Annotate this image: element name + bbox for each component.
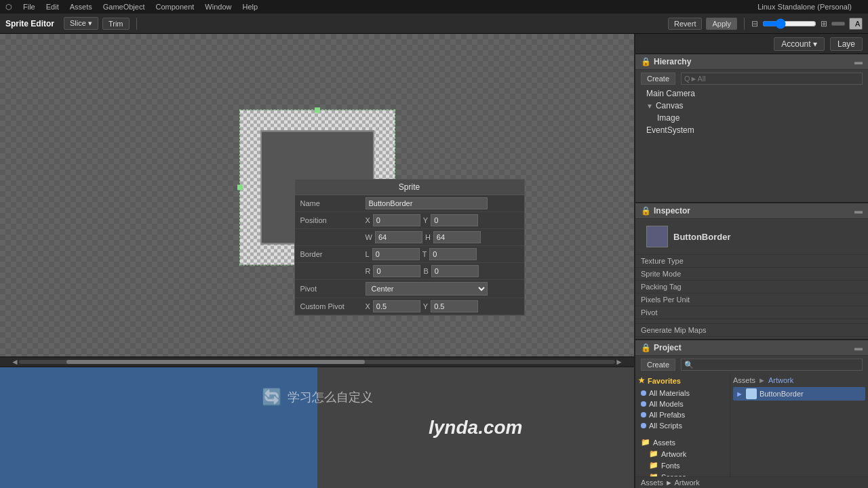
- cp-y-label: Y: [423, 302, 428, 310]
- scrollbar-track[interactable]: [19, 360, 615, 364]
- fonts-folder[interactable]: 📁 Fonts: [638, 460, 727, 471]
- popup-custom-pivot-row: Custom Pivot X Y: [295, 298, 524, 315]
- popup-border-rb-row: R B: [295, 263, 524, 280]
- border-b-input[interactable]: [431, 265, 479, 277]
- project-favorites: ★ Favorites All Materials All Models: [635, 373, 730, 476]
- zoom-out-icon: ⊞: [821, 19, 827, 28]
- menu-assets[interactable]: Assets: [70, 3, 92, 11]
- project-collapse-icon[interactable]: ▬: [854, 343, 863, 352]
- scrollbar-thumb[interactable]: [66, 360, 365, 364]
- revert-button[interactable]: Revert: [668, 18, 702, 30]
- button-border-icon: [746, 388, 757, 399]
- hierarchy-item-canvas[interactable]: ▼ Canvas: [635, 100, 868, 112]
- assets-folder[interactable]: 📁 Assets: [638, 436, 727, 448]
- hierarchy-search-input[interactable]: [681, 73, 863, 85]
- watermark-icon: 🔄: [262, 388, 282, 407]
- watermark-text: 学习怎么自定义: [288, 389, 373, 405]
- project-search-input[interactable]: [681, 359, 863, 371]
- menu-window[interactable]: Window: [205, 3, 231, 11]
- name-input[interactable]: [366, 197, 488, 209]
- project-create-button[interactable]: Create: [641, 359, 675, 371]
- pos-x-input[interactable]: [373, 214, 420, 226]
- menu-file[interactable]: File: [23, 3, 35, 11]
- asset-item-button-border[interactable]: ► ButtonBorder: [733, 387, 865, 401]
- zoom-icon: ⊟: [751, 19, 758, 28]
- trim-button[interactable]: Trim: [102, 18, 130, 30]
- position-label: Position: [300, 216, 361, 224]
- scroll-right-arrow[interactable]: ►: [615, 357, 623, 367]
- zoom-slider[interactable]: [762, 18, 816, 29]
- cp-x-input[interactable]: [373, 300, 420, 312]
- inspector-collapse-icon[interactable]: ▬: [854, 206, 863, 216]
- project-lock-icon: 🔒: [641, 343, 651, 352]
- r-label: R: [366, 267, 371, 275]
- hierarchy-item-image[interactable]: Image: [635, 112, 868, 124]
- toolbar-divider: [136, 18, 137, 30]
- color-button[interactable]: [831, 22, 845, 26]
- border-r-input[interactable]: [373, 265, 420, 277]
- favorites-star-icon: ★: [638, 376, 645, 385]
- pivot-label: Pivot: [300, 285, 361, 293]
- project-panel: 🔒 Project ▬ Create ★ Favorites: [635, 339, 868, 488]
- horizontal-scrollbar[interactable]: ◄ ►: [0, 357, 634, 366]
- assets-folder-icon: 📁: [641, 438, 650, 447]
- hierarchy-controls: Create: [641, 73, 863, 85]
- sprite-popup-title: Sprite: [295, 180, 524, 195]
- menu-gameobject[interactable]: GameObject: [103, 3, 145, 11]
- menu-help[interactable]: Help: [242, 3, 258, 11]
- fav-all-models[interactable]: All Models: [638, 399, 727, 409]
- fav-models-label: All Models: [649, 400, 684, 408]
- sprite-editor-toolbar: Sprite Editor Slice ▾ Trim Revert Apply …: [0, 14, 868, 34]
- account-button[interactable]: Account ▾: [774, 37, 825, 51]
- fav-all-scripts[interactable]: All Scripts: [638, 420, 727, 431]
- w-label: W: [366, 233, 372, 241]
- artwork-folder[interactable]: 📁 Artwork: [638, 448, 727, 460]
- hierarchy-item-eventsystem[interactable]: EventSystem: [635, 124, 868, 136]
- pivot-select[interactable]: Center Top Left Top Right Bottom Left Bo…: [366, 282, 488, 296]
- right-panel: Account ▾ Laye 🔒 Hierarchy ▬ Create: [634, 34, 868, 488]
- sprite-canvas[interactable]: Sprite Name Position X Y: [0, 34, 634, 357]
- inspector-object-header: ButtonBorder: [635, 219, 868, 255]
- fav-all-materials[interactable]: All Materials: [638, 388, 727, 399]
- mip-maps-label: Generate Mip Maps: [641, 326, 736, 334]
- hierarchy-lock-icon: 🔒: [641, 57, 651, 66]
- hierarchy-header: 🔒 Hierarchy ▬: [635, 54, 868, 70]
- inspector-object-name: ButtonBorder: [673, 229, 731, 245]
- scroll-left-arrow[interactable]: ◄: [11, 357, 19, 367]
- border-t-input[interactable]: [429, 248, 477, 260]
- t-label: T: [422, 250, 427, 258]
- apply-button[interactable]: Apply: [706, 18, 737, 30]
- hierarchy-items: Main Camera ▼ Canvas Image EventSystem: [635, 87, 868, 136]
- layers-button[interactable]: Laye: [830, 37, 863, 51]
- handle-top[interactable]: [315, 108, 320, 113]
- pos-w-input[interactable]: [375, 231, 422, 243]
- alpha-button[interactable]: A: [849, 18, 863, 30]
- hierarchy-item-main-camera[interactable]: Main Camera: [635, 87, 868, 100]
- insp-mip-maps-row: Generate Mip Maps: [635, 324, 868, 337]
- menu-edit[interactable]: Edit: [46, 3, 59, 11]
- cp-y-input[interactable]: [431, 300, 478, 312]
- menu-component[interactable]: Component: [155, 3, 194, 11]
- asset-item-inner: ► ButtonBorder: [736, 388, 804, 399]
- fonts-folder-icon: 📁: [649, 461, 658, 470]
- hierarchy-create-button[interactable]: Create: [641, 73, 675, 85]
- pos-y-input[interactable]: [431, 214, 478, 226]
- popup-border-row: Border L T: [295, 246, 524, 263]
- hierarchy-collapse-icon[interactable]: ▬: [854, 57, 863, 66]
- pos-h-input[interactable]: [433, 231, 481, 243]
- favorites-header: ★ Favorites: [638, 376, 727, 385]
- popup-pivot-row: Pivot Center Top Left Top Right Bottom L…: [295, 280, 524, 298]
- artwork-folder-icon: 📁: [649, 449, 658, 458]
- menu-bar: ⬡ File Edit Assets GameObject Component …: [0, 0, 868, 14]
- fav-all-prefabs[interactable]: All Prefabs: [638, 409, 727, 420]
- project-header: 🔒 Project ▬: [635, 340, 868, 356]
- handle-left[interactable]: [237, 185, 243, 190]
- scenes-folder[interactable]: 📁 Scenes: [638, 471, 727, 476]
- border-l-input[interactable]: [372, 248, 420, 260]
- slice-button[interactable]: Slice ▾: [64, 17, 98, 30]
- fav-prefabs-label: All Prefabs: [649, 411, 685, 419]
- l-label: L: [366, 250, 370, 258]
- play-arrow-icon: ►: [736, 390, 743, 398]
- insp-packing-tag-row: Packing Tag: [635, 281, 868, 293]
- os-title: Linux Standalone (Personal): [757, 3, 852, 11]
